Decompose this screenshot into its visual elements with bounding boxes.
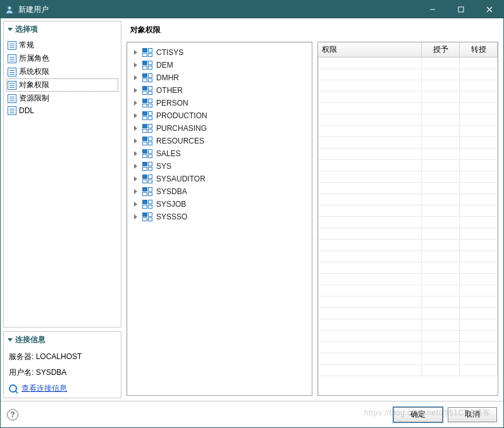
chevron-right-icon — [133, 151, 138, 156]
grid-row[interactable] — [318, 342, 498, 353]
grid-row[interactable] — [318, 228, 498, 240]
connection-panel-header[interactable]: 连接信息 — [4, 332, 121, 348]
grid-row[interactable] — [318, 80, 498, 92]
chevron-right-icon — [133, 189, 138, 194]
nav-item-0[interactable]: 常规 — [6, 39, 118, 52]
grid-row[interactable] — [318, 251, 498, 262]
grid-row[interactable] — [318, 297, 498, 308]
minimize-button[interactable] — [418, 1, 446, 18]
grid-row[interactable] — [318, 137, 498, 149]
schema-icon — [142, 124, 152, 133]
tree-item-label: SYSSSO — [156, 212, 187, 221]
connection-panel-title: 连接信息 — [15, 334, 46, 345]
tree-item-label: RESOURCES — [156, 137, 204, 145]
schema-icon — [142, 99, 152, 107]
grid-row[interactable] — [318, 331, 498, 342]
schema-icon — [142, 149, 152, 158]
schema-icon — [142, 187, 152, 196]
grid-row[interactable] — [318, 194, 498, 205]
sidebar: 选择项 常规所属角色系统权限对象权限资源限制DDL 连接信息 服务器: LOCA… — [1, 18, 124, 401]
tree-item[interactable]: SYSJOB — [130, 198, 309, 211]
nav-item-1[interactable]: 所属角色 — [6, 52, 118, 65]
tree-item[interactable]: CTISYS — [130, 46, 309, 59]
grid-row[interactable] — [318, 114, 498, 126]
nav-item-2[interactable]: 系统权限 — [6, 65, 118, 78]
grid-header: 权限 授予 转授 — [318, 42, 498, 58]
nav-item-label: DDL — [19, 106, 34, 115]
grid-row[interactable] — [318, 274, 498, 285]
maximize-button[interactable] — [446, 1, 475, 18]
collapse-icon — [8, 28, 13, 31]
tree-item[interactable]: PERSON — [130, 97, 309, 109]
tree-item[interactable]: PRODUCTION — [130, 109, 309, 122]
grid-row[interactable] — [318, 262, 498, 274]
grid-row[interactable] — [318, 217, 498, 228]
grid-body[interactable] — [318, 58, 498, 395]
view-connection-link[interactable]: 查看连接信息 — [9, 383, 116, 394]
grid-row[interactable] — [318, 365, 498, 376]
connection-panel: 连接信息 服务器: LOCALHOST 用户名: SYSDBA 查看连接信息 — [3, 331, 121, 398]
tree-item-label: SYSAUDITOR — [156, 174, 206, 183]
options-nav-list: 常规所属角色系统权限对象权限资源限制DDL — [4, 37, 121, 120]
grid-row[interactable] — [318, 240, 498, 251]
cancel-button[interactable]: 取消 — [448, 407, 497, 422]
nav-item-4[interactable]: 资源限制 — [6, 92, 118, 105]
grid-row[interactable] — [318, 205, 498, 217]
grid-row[interactable] — [318, 171, 498, 183]
grid-row[interactable] — [318, 149, 498, 160]
tree-item[interactable]: OTHER — [130, 84, 309, 97]
close-button[interactable] — [475, 1, 503, 18]
tree-item[interactable]: SYSAUDITOR — [130, 173, 309, 185]
grid-row[interactable] — [318, 285, 498, 297]
nav-item-label: 对象权限 — [19, 80, 49, 90]
schema-icon — [142, 174, 152, 183]
tree-item-label: SYSJOB — [156, 200, 186, 209]
tree-item[interactable]: SYSSSO — [130, 211, 309, 223]
schema-tree[interactable]: CTISYSDEMDMHROTHERPERSONPRODUCTIONPURCHA… — [126, 42, 312, 396]
nav-item-3[interactable]: 对象权限 — [6, 78, 118, 92]
col-permission[interactable]: 权限 — [318, 42, 422, 57]
tree-item-label: PERSON — [156, 99, 188, 107]
grid-row[interactable] — [318, 69, 498, 80]
tree-item[interactable]: SYS — [130, 160, 309, 173]
tree-item[interactable]: SYSDBA — [130, 185, 309, 198]
window-title: 新建用户 — [18, 4, 418, 15]
grid-row[interactable] — [318, 103, 498, 114]
tree-item-label: SYS — [156, 162, 171, 171]
grid-row[interactable] — [318, 308, 498, 319]
options-panel-header[interactable]: 选择项 — [4, 21, 121, 37]
dialog-window: 新建用户 选择项 常规所属角色系统权限对象权限资源限制DDL 连接信息 服务器:… — [0, 0, 504, 428]
grid-row[interactable] — [318, 126, 498, 137]
tree-item[interactable]: SALES — [130, 147, 309, 160]
grid-row[interactable] — [318, 353, 498, 365]
chevron-right-icon — [133, 126, 138, 131]
grid-row[interactable] — [318, 160, 498, 171]
chevron-right-icon — [133, 88, 138, 93]
tree-item[interactable]: DEM — [130, 59, 309, 71]
schema-icon — [142, 86, 152, 95]
permission-grid: 权限 授予 转授 — [317, 42, 498, 396]
col-transfer[interactable]: 转授 — [460, 42, 498, 57]
tree-item-label: DEM — [156, 61, 173, 70]
grid-row[interactable] — [318, 183, 498, 194]
col-grant[interactable]: 授予 — [422, 42, 460, 57]
schema-icon — [142, 200, 152, 209]
schema-icon — [142, 73, 152, 82]
grid-row[interactable] — [318, 92, 498, 103]
help-button[interactable]: ? — [7, 409, 18, 420]
grid-row[interactable] — [318, 58, 498, 69]
chevron-right-icon — [133, 113, 138, 118]
chevron-right-icon — [133, 63, 138, 68]
titlebar: 新建用户 — [1, 1, 503, 18]
view-connection-link-text[interactable]: 查看连接信息 — [22, 383, 67, 394]
schema-icon — [142, 162, 152, 171]
tree-item[interactable]: RESOURCES — [130, 135, 309, 147]
nav-item-label: 系统权限 — [19, 66, 49, 77]
grid-row[interactable] — [318, 319, 498, 331]
ok-button[interactable]: 确定 — [393, 407, 443, 422]
tree-item[interactable]: PURCHASING — [130, 122, 309, 135]
nav-item-5[interactable]: DDL — [6, 105, 118, 116]
tree-item[interactable]: DMHR — [130, 71, 309, 84]
nav-item-label: 常规 — [19, 40, 34, 51]
svg-point-0 — [8, 6, 11, 9]
